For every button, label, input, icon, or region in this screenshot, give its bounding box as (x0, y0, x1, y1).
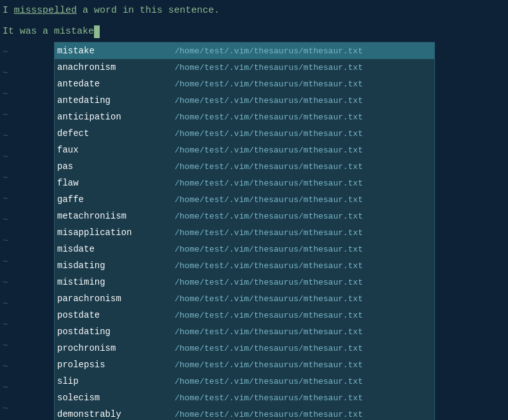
list-item[interactable]: anticipation /home/test/.vim/thesaurus/m… (55, 109, 434, 125)
ac-word: misapplication (57, 227, 175, 238)
ac-word: prolepsis (57, 360, 175, 370)
list-item[interactable]: pas /home/test/.vim/thesaurus/mthesaur.t… (55, 158, 434, 175)
list-item[interactable]: flaw /home/test/.vim/thesaurus/mthesaur.… (55, 175, 434, 191)
ac-word: antedate (57, 79, 175, 89)
tilde-char: ~ (3, 68, 8, 79)
ac-word: demonstrably (57, 409, 175, 419)
ac-path: /home/test/.vim/thesaurus/mthesaur.txt (175, 162, 363, 172)
ac-path: /home/test/.vim/thesaurus/mthesaur.txt (175, 327, 363, 337)
ac-word: solecism (57, 393, 175, 403)
tilde-char: ~ (3, 257, 8, 268)
ac-word: misdate (57, 244, 175, 254)
ac-word: defect (57, 128, 175, 139)
ac-word: anachronism (57, 62, 175, 72)
ac-item-selected[interactable]: mistake /home/test/.vim/thesaurus/mthesa… (55, 43, 434, 59)
editor-line-1: I missspelled a word in this sentence. (0, 0, 508, 21)
autocomplete-popup[interactable]: mistake /home/test/.vim/thesaurus/mthesa… (54, 42, 435, 420)
tilde-char: ~ (3, 341, 8, 351)
tilde-char: ~ (3, 131, 8, 142)
list-item[interactable]: antedate /home/test/.vim/thesaurus/mthes… (55, 76, 434, 92)
tilde-char: ~ (3, 320, 8, 330)
ac-path: /home/test/.vim/thesaurus/mthesaur.txt (175, 129, 363, 139)
text-cursor (94, 25, 100, 38)
list-item[interactable]: postdate /home/test/.vim/thesaurus/mthes… (55, 307, 434, 323)
list-item[interactable]: slip /home/test/.vim/thesaurus/mthesaur.… (55, 373, 434, 390)
ac-word: slip (57, 376, 175, 386)
ac-path: /home/test/.vim/thesaurus/mthesaur.txt (175, 112, 363, 122)
ac-word: prochronism (57, 343, 175, 353)
ac-path: /home/test/.vim/thesaurus/mthesaur.txt (175, 410, 363, 419)
tilde-char: ~ (3, 47, 8, 58)
ac-word: gaffe (57, 194, 175, 205)
editor-line-2: It was a mistake (0, 21, 508, 42)
tilde-char: ~ (3, 362, 8, 372)
list-item[interactable]: parachronism /home/test/.vim/thesaurus/m… (55, 290, 434, 307)
list-item[interactable]: mistiming /home/test/.vim/thesaurus/mthe… (55, 274, 434, 290)
list-item[interactable]: defect /home/test/.vim/thesaurus/mthesau… (55, 125, 434, 142)
list-item[interactable]: misdating /home/test/.vim/thesaurus/mthe… (55, 257, 434, 274)
ac-word: misdating (57, 261, 175, 271)
ac-word: anticipation (57, 112, 175, 122)
ac-path: /home/test/.vim/thesaurus/mthesaur.txt (175, 377, 363, 386)
ac-path: /home/test/.vim/thesaurus/mthesaur.txt (175, 146, 363, 155)
list-item[interactable]: gaffe /home/test/.vim/thesaurus/mthesaur… (55, 191, 434, 208)
ac-word: pas (57, 161, 175, 172)
ac-path-selected: /home/test/.vim/thesaurus/mthesaur.txt (175, 46, 363, 56)
tilde-char: ~ (3, 383, 8, 393)
ac-path: /home/test/.vim/thesaurus/mthesaur.txt (175, 63, 363, 72)
list-item[interactable]: anachronism /home/test/.vim/thesaurus/mt… (55, 59, 434, 76)
ac-path: /home/test/.vim/thesaurus/mthesaur.txt (175, 179, 363, 188)
ac-word: flaw (57, 178, 175, 188)
tilde-char: ~ (3, 278, 8, 288)
ac-word: antedating (57, 95, 175, 105)
ac-path: /home/test/.vim/thesaurus/mthesaur.txt (175, 360, 363, 370)
ac-word: metachroniism (57, 211, 175, 221)
editor-area: I missspelled a word in this sentence. I… (0, 0, 508, 420)
ac-path: /home/test/.vim/thesaurus/mthesaur.txt (175, 294, 363, 304)
tilde-char: ~ (3, 173, 8, 184)
line2-text: It was a mistake (3, 26, 94, 37)
tilde-char: ~ (3, 89, 8, 100)
list-item[interactable]: misdate /home/test/.vim/thesaurus/mthesa… (55, 241, 434, 257)
list-item[interactable]: solecism /home/test/.vim/thesaurus/mthes… (55, 390, 434, 406)
ac-path: /home/test/.vim/thesaurus/mthesaur.txt (175, 261, 363, 271)
list-item[interactable]: postdating /home/test/.vim/thesaurus/mth… (55, 323, 434, 340)
list-item[interactable]: antedating /home/test/.vim/thesaurus/mth… (55, 92, 434, 109)
ac-word-selected: mistake (57, 46, 175, 56)
list-item[interactable]: misapplication /home/test/.vim/thesaurus… (55, 224, 434, 241)
line1-suffix: a word in this sentence. (77, 5, 220, 16)
tilde-char: ~ (3, 215, 8, 226)
ac-path: /home/test/.vim/thesaurus/mthesaur.txt (175, 344, 363, 353)
ac-path: /home/test/.vim/thesaurus/mthesaur.txt (175, 228, 363, 238)
list-item[interactable]: demonstrably /home/test/.vim/thesaurus/m… (55, 406, 434, 420)
ac-path: /home/test/.vim/thesaurus/mthesaur.txt (175, 96, 363, 105)
ac-word: faux (57, 145, 175, 155)
ac-path: /home/test/.vim/thesaurus/mthesaur.txt (175, 311, 363, 320)
ac-path: /home/test/.vim/thesaurus/mthesaur.txt (175, 245, 363, 254)
ac-path: /home/test/.vim/thesaurus/mthesaur.txt (175, 195, 363, 205)
line1-misspelled: missspelled (14, 5, 77, 16)
ac-word: postdate (57, 310, 175, 320)
list-item[interactable]: prolepsis /home/test/.vim/thesaurus/mthe… (55, 356, 434, 373)
tilde-char: ~ (3, 299, 8, 309)
tilde-char: ~ (3, 152, 8, 163)
ac-word: postdating (57, 327, 175, 337)
tilde-char: ~ (3, 403, 8, 414)
ac-path: /home/test/.vim/thesaurus/mthesaur.txt (175, 278, 363, 287)
tilde-char: ~ (3, 236, 8, 247)
ac-path: /home/test/.vim/thesaurus/mthesaur.txt (175, 393, 363, 403)
tilde-char: ~ (3, 110, 8, 121)
tilde-char: ~ (3, 194, 8, 205)
ac-path: /home/test/.vim/thesaurus/mthesaur.txt (175, 79, 363, 89)
ac-word: mistiming (57, 277, 175, 287)
ac-word: parachronism (57, 294, 175, 304)
list-item[interactable]: metachroniism /home/test/.vim/thesaurus/… (55, 208, 434, 224)
ac-path: /home/test/.vim/thesaurus/mthesaur.txt (175, 212, 363, 221)
line1-prefix: I (3, 5, 14, 16)
list-item[interactable]: faux /home/test/.vim/thesaurus/mthesaur.… (55, 142, 434, 158)
list-item[interactable]: prochronism /home/test/.vim/thesaurus/mt… (55, 340, 434, 356)
